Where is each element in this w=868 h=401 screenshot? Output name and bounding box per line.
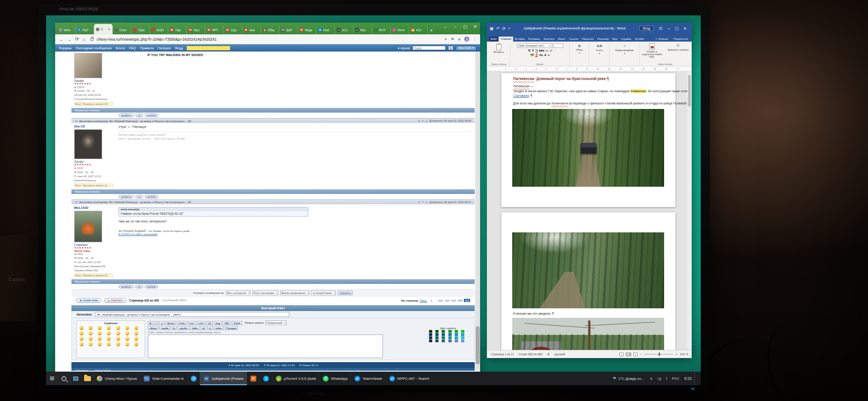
page-indicator[interactable]: Страница 1 из 11: [491, 353, 514, 356]
photo-power-lines[interactable]: [512, 318, 664, 350]
color-swatch[interactable]: [455, 333, 458, 336]
page-number[interactable]: 425: [457, 299, 462, 302]
browser-tab[interactable]: MФРГ,: [205, 25, 224, 34]
tab-close-icon[interactable]: ✕: [108, 28, 110, 31]
grow-font-button[interactable]: А: [544, 53, 547, 57]
smiley-icon[interactable]: [80, 342, 84, 346]
color-palette[interactable]: [429, 330, 467, 342]
word-count[interactable]: Слово 683 из 683: [519, 353, 542, 356]
blog-link[interactable]: Блог: Просмотр записи (1): [74, 184, 113, 187]
flag-icon[interactable]: ⚑: [451, 37, 454, 42]
color-swatch[interactable]: [448, 336, 452, 339]
smiley-icon[interactable]: [125, 342, 129, 346]
tray-chevron-icon[interactable]: ∧: [648, 377, 655, 381]
smiley-icon[interactable]: [98, 337, 102, 341]
color-swatch[interactable]: [455, 336, 458, 339]
language-switcher[interactable]: РУС: [670, 377, 681, 381]
browser-tab[interactable]: MЗем: [242, 25, 261, 34]
sort-field-select[interactable]: Поле сортировки: [252, 291, 278, 295]
smiley-grid[interactable]: [78, 326, 144, 347]
bbcode-button[interactable]: album: [148, 326, 159, 330]
filter-select[interactable]: Все сообщения: [226, 291, 250, 295]
smiley-icon[interactable]: [125, 326, 129, 330]
bbcode-button[interactable]: media: [160, 326, 170, 330]
new-topic-link[interactable]: Новая тема: [95, 369, 111, 371]
bbcode-button[interactable]: Галерея: [225, 326, 238, 330]
network-icon[interactable]: ⌇: [664, 377, 670, 381]
forum-nav-link[interactable]: FAQ: [129, 46, 136, 50]
smiley-icon[interactable]: [134, 342, 138, 346]
taskbar-search-icon[interactable]: [58, 372, 70, 385]
color-swatch[interactable]: [455, 340, 458, 342]
word-tab-конструк[interactable]: Конструк: [542, 37, 556, 42]
edit-icon[interactable]: ✎: [418, 200, 420, 203]
sort-dir-select[interactable]: по возрастанию: [311, 291, 336, 295]
extension-icon[interactable]: ✦: [444, 37, 448, 42]
zoom-slider[interactable]: [644, 354, 673, 354]
bbcode-button[interactable]: List: [188, 321, 196, 325]
forum-nav-link[interactable]: Форумы: [59, 46, 71, 50]
prev-page-link[interactable]: Пред.: [420, 299, 427, 302]
browser-profile-avatar[interactable]: Д: [464, 37, 469, 42]
forum-nav-link[interactable]: Флуд: [175, 46, 183, 50]
redo-icon[interactable]: ⟳: [502, 26, 506, 31]
browser-minimize-button[interactable]: –: [450, 23, 460, 31]
smiley-icon[interactable]: [89, 337, 93, 341]
pm-button[interactable]: лс: [135, 285, 143, 288]
quick-access-chevron-icon[interactable]: ▾: [509, 27, 510, 30]
bookmark-star-icon[interactable]: ★: [458, 37, 461, 42]
word-tab-главная[interactable]: Главная: [499, 37, 513, 42]
color-swatch[interactable]: [435, 330, 439, 333]
browser-tab[interactable]: UuCo: [335, 25, 354, 34]
color-swatch[interactable]: [429, 336, 432, 339]
profile-button[interactable]: профиль: [118, 195, 134, 198]
word-tab-вставка[interactable]: Вставка: [513, 37, 527, 42]
page-number[interactable]: 423: [444, 299, 450, 302]
color-swatch[interactable]: [442, 333, 445, 336]
new-topic-button[interactable]: ✎ новая тема: [76, 298, 101, 303]
taskbar-app-teamviewer[interactable]: ⇄MPPC-067 - TeamVie...: [386, 372, 433, 385]
browser-tab[interactable]: M«Це: [168, 25, 187, 34]
request-signatures-button[interactable]: ⎘Запросить подписи: [666, 43, 690, 58]
smiley-icon[interactable]: [98, 326, 102, 330]
post-subject[interactable]: Заголовок сообщения: Re: Нижний Новгород…: [79, 200, 416, 203]
smiley-icon[interactable]: [80, 337, 84, 341]
forum-search-button[interactable]: Q: [448, 46, 453, 50]
word-tab-макет[interactable]: Макет: [556, 37, 567, 42]
album-button[interactable]: альбом: [145, 195, 158, 198]
browser-tab[interactable]: Wha: [57, 25, 75, 34]
color-swatch[interactable]: [435, 333, 439, 336]
smiley-icon[interactable]: [125, 331, 129, 335]
smiley-icon[interactable]: [89, 331, 93, 335]
forward-icon[interactable]: →: [67, 37, 72, 42]
back-to-top-bar[interactable]: Вернуться к началу: [71, 279, 475, 284]
browser-tab[interactable]: AGE!: [150, 25, 168, 34]
browser-tab[interactable]: ✉413: [409, 25, 428, 34]
word-tab-acrobat[interactable]: Acrobat: [633, 37, 646, 42]
word-tab-рисовани[interactable]: Рисовани: [526, 37, 542, 42]
print-layout-icon[interactable]: [626, 353, 631, 356]
document-page-2[interactable]: И·вскоре·мы·это·увидели.·¶: [501, 212, 675, 350]
go-button[interactable]: Перейти: [338, 291, 353, 295]
paste-button[interactable]: Вставить: [493, 43, 505, 54]
color-swatch[interactable]: [429, 333, 432, 336]
home-icon[interactable]: ⌂: [82, 37, 85, 42]
pm-button[interactable]: лс: [135, 195, 143, 198]
word-tab-файл[interactable]: Файл: [489, 37, 499, 42]
zoom-out-button[interactable]: –: [640, 352, 642, 356]
back-to-top-bar[interactable]: Вернуться к началу: [71, 189, 475, 194]
smiley-icon[interactable]: [116, 342, 120, 346]
album-button[interactable]: альбом: [145, 285, 158, 288]
styles-button[interactable]: А𝐴Стили▾: [595, 43, 604, 56]
reload-icon[interactable]: ⟳: [75, 36, 79, 42]
profile-button[interactable]: профиль: [118, 113, 134, 117]
pm-button[interactable]: лс: [135, 113, 143, 117]
editing-button[interactable]: ⌕Редактирование▾: [614, 43, 635, 56]
lock-icon[interactable]: [90, 38, 94, 41]
forum-nav-link[interactable]: Последние сообщения: [75, 46, 112, 50]
username[interactable]: McLOUD: [74, 206, 113, 210]
quote-icon[interactable]: ❝: [422, 200, 423, 203]
username[interactable]: Dm.VZ: [74, 124, 113, 128]
browser-tab[interactable]: C✕: [94, 24, 113, 34]
document-page-1[interactable]: Питкякоски.·Длинный·порог·на·Кристальной…: [501, 73, 675, 207]
